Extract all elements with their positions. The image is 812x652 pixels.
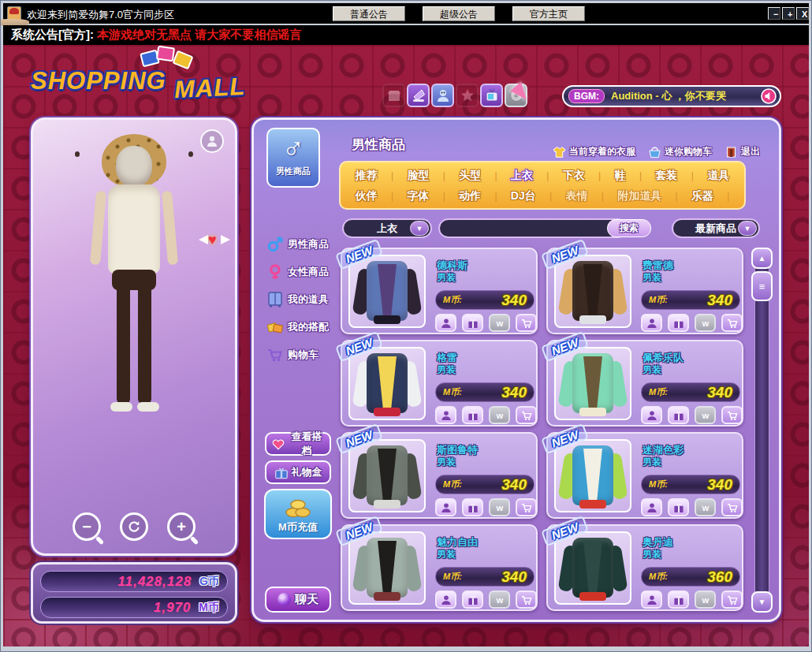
- try-on-button[interactable]: [641, 314, 662, 332]
- tab-套装[interactable]: 套装: [655, 169, 677, 183]
- add-to-cart-button[interactable]: [721, 406, 743, 424]
- tab-脸型[interactable]: 脸型: [407, 169, 429, 183]
- try-on-button[interactable]: [435, 314, 456, 332]
- wardrobe-button: W: [695, 591, 716, 609]
- gift-button[interactable]: [668, 591, 689, 609]
- minimize-button[interactable]: −: [768, 7, 780, 20]
- product-actions: W: [435, 406, 537, 424]
- chevron-down-icon[interactable]: ▼: [738, 221, 757, 236]
- product-image[interactable]: [348, 255, 426, 328]
- tab-鞋[interactable]: 鞋: [615, 169, 626, 183]
- try-on-button[interactable]: [435, 591, 456, 609]
- tab-字体[interactable]: 字体: [407, 189, 429, 203]
- rotate-button[interactable]: [120, 512, 148, 541]
- zoom-in-button[interactable]: +: [167, 512, 196, 541]
- product-image[interactable]: [554, 347, 631, 420]
- announcement-prefix: 系统公告[官方]:: [11, 28, 94, 43]
- try-on-button[interactable]: [435, 498, 456, 516]
- tab-道具[interactable]: 道具: [707, 169, 729, 183]
- mcoin-recharge-button[interactable]: M币充值: [264, 489, 332, 539]
- current-outfit-link[interactable]: 当前穿着的衣服: [553, 145, 635, 158]
- add-to-cart-button[interactable]: [721, 314, 743, 332]
- view-partner-button[interactable]: 查看搭档: [265, 432, 331, 456]
- add-to-cart-button[interactable]: [516, 314, 537, 332]
- person-icon[interactable]: [200, 129, 224, 153]
- scroll-down-button[interactable]: ▼: [751, 591, 773, 613]
- scroll-up-button[interactable]: ▲: [751, 248, 773, 269]
- gramophone-icon[interactable]: [407, 84, 430, 107]
- scrollbar-thumb[interactable]: ≡: [751, 271, 773, 301]
- maximize-button[interactable]: +: [782, 7, 795, 20]
- search-input[interactable]: [438, 218, 628, 238]
- product-actions: W: [435, 498, 537, 516]
- tv-icon[interactable]: [480, 84, 503, 107]
- mini-cart-link[interactable]: 迷你购物车: [648, 145, 712, 158]
- tab-下衣[interactable]: 下衣: [563, 169, 585, 183]
- tab-推荐[interactable]: 推荐: [356, 169, 378, 183]
- gift-button[interactable]: [462, 498, 483, 516]
- try-on-button[interactable]: [641, 498, 662, 516]
- tab-附加道具[interactable]: 附加道具: [617, 189, 661, 203]
- product-image[interactable]: [348, 439, 426, 512]
- product-image[interactable]: [554, 531, 631, 605]
- super-notice-button[interactable]: 超级公告: [423, 6, 495, 21]
- product-image[interactable]: [554, 255, 631, 328]
- tab-动作[interactable]: 动作: [459, 189, 481, 203]
- winged-heart-accessory: ♥: [199, 232, 230, 251]
- scrollbar-track[interactable]: [754, 248, 769, 611]
- sidebar-item-我的搭配[interactable]: 我的搭配: [266, 313, 339, 341]
- try-on-button[interactable]: [641, 406, 662, 424]
- mcoin-label: M币: [199, 601, 219, 615]
- sort-dropdown[interactable]: 最新商品 ▼: [672, 218, 760, 238]
- character-preview[interactable]: [67, 134, 201, 505]
- tab-伙伴[interactable]: 伙伴: [356, 189, 378, 203]
- exit-link[interactable]: 退出: [724, 145, 760, 158]
- product-actions: W: [641, 498, 743, 516]
- male-category-tile[interactable]: ♂ 男性商品: [266, 128, 320, 188]
- tab-上衣[interactable]: 上衣: [511, 169, 533, 183]
- add-to-cart-button[interactable]: [516, 591, 537, 609]
- product-grid: NEW 德科斯 男装 M币: 340 W NEW 费雷德 男装 M币: 340 …: [341, 248, 751, 618]
- gift-button[interactable]: [668, 314, 689, 332]
- shop-icon: [382, 84, 405, 107]
- speaker-icon[interactable]: [761, 88, 777, 104]
- product-card: NEW 迷湖色彩 男装 M币: 340 W: [546, 432, 743, 519]
- add-to-cart-button[interactable]: [516, 406, 537, 424]
- chat-button[interactable]: 聊天: [265, 587, 331, 613]
- add-to-cart-button[interactable]: [721, 498, 743, 516]
- add-to-cart-button[interactable]: [516, 498, 537, 516]
- chevron-down-icon[interactable]: ▼: [410, 221, 429, 236]
- tab-乐器[interactable]: 乐器: [691, 189, 713, 203]
- sidebar-item-女性商品[interactable]: 女性商品: [266, 258, 339, 285]
- normal-notice-button[interactable]: 普通公告: [333, 6, 405, 21]
- price-pill: M币: 340: [641, 290, 740, 310]
- gift-button[interactable]: [462, 314, 483, 332]
- tab-row-1: 推荐|脸型|头型|上衣|下衣|鞋|套装|道具: [348, 166, 736, 186]
- gift-button[interactable]: [668, 406, 689, 424]
- search-button[interactable]: 搜索: [607, 219, 651, 237]
- tab-DJ台[interactable]: DJ台: [511, 189, 536, 203]
- close-button[interactable]: X: [796, 7, 809, 20]
- sidebar-item-我的道具[interactable]: 我的道具: [266, 285, 339, 313]
- add-to-cart-button[interactable]: [721, 591, 743, 609]
- sidebar-item-购物车[interactable]: 购物车: [266, 341, 339, 368]
- gift-button[interactable]: [462, 591, 483, 609]
- product-image[interactable]: [554, 439, 631, 512]
- product-image[interactable]: [348, 347, 426, 420]
- product-actions: W: [435, 591, 537, 609]
- try-on-button[interactable]: [435, 406, 456, 424]
- gift-button[interactable]: [462, 406, 483, 424]
- official-site-button[interactable]: 官方主页: [512, 6, 585, 21]
- avatar-shop-icon[interactable]: [431, 84, 454, 107]
- svg-text:W: W: [702, 504, 709, 512]
- category-dropdown[interactable]: 上衣 ▼: [342, 218, 432, 238]
- tab-separator: |: [443, 170, 445, 181]
- zoom-out-button[interactable]: −: [73, 512, 101, 541]
- tab-表情[interactable]: 表情: [565, 189, 587, 203]
- tab-头型[interactable]: 头型: [459, 169, 481, 183]
- gift-box-button[interactable]: 礼物盒: [265, 460, 331, 484]
- gift-button[interactable]: [668, 498, 689, 516]
- try-on-button[interactable]: [641, 591, 662, 609]
- product-image[interactable]: [348, 531, 426, 605]
- sidebar-item-男性商品[interactable]: 男性商品: [266, 230, 339, 258]
